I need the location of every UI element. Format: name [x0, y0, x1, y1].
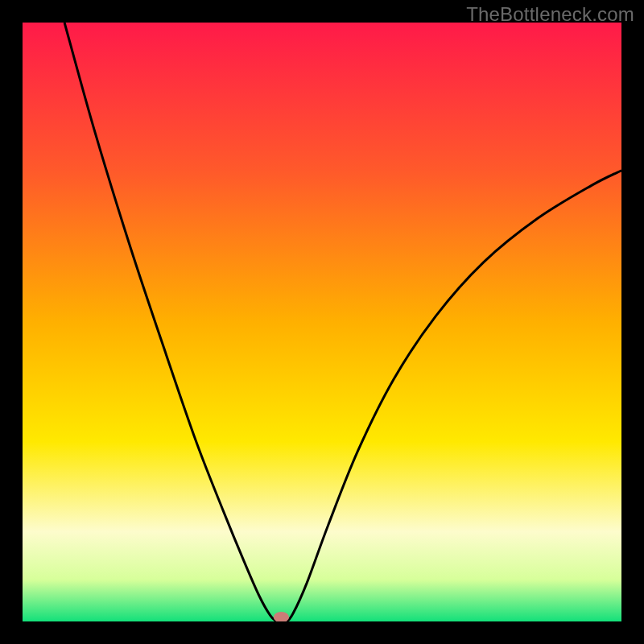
- chart-svg: [23, 23, 621, 621]
- plot-area: [23, 23, 621, 621]
- chart-frame: TheBottleneck.com: [0, 0, 644, 644]
- gradient-background: [23, 23, 621, 621]
